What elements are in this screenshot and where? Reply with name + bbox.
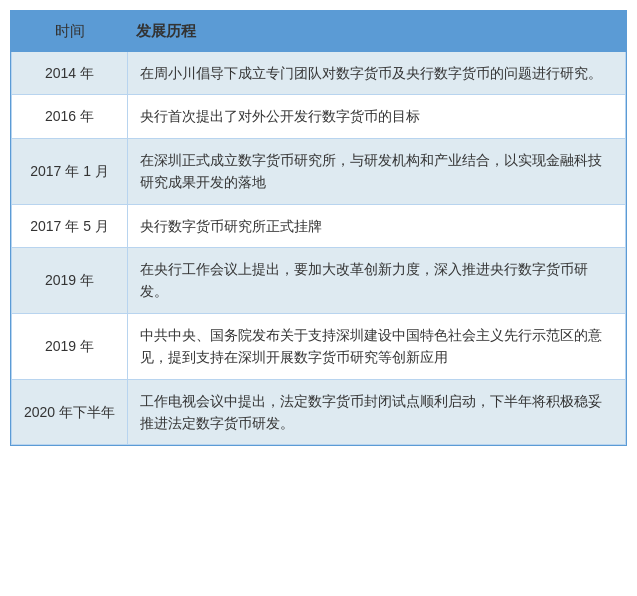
cell-content: 央行数字货币研究所正式挂牌 — [128, 204, 626, 247]
table-row: 2019 年中共中央、国务院发布关于支持深圳建设中国特色社会主义先行示范区的意见… — [12, 313, 626, 379]
cell-content: 在周小川倡导下成立专门团队对数字货币及央行数字货币的问题进行研究。 — [128, 52, 626, 95]
header-content: 发展历程 — [128, 12, 626, 52]
cell-time: 2019 年 — [12, 313, 128, 379]
cell-content: 工作电视会议中提出，法定数字货币封闭试点顺利启动，下半年将积极稳妥推进法定数字货… — [128, 379, 626, 445]
cell-time: 2016 年 — [12, 95, 128, 138]
cell-time: 2014 年 — [12, 52, 128, 95]
cell-content: 央行首次提出了对外公开发行数字货币的目标 — [128, 95, 626, 138]
header-time: 时间 — [12, 12, 128, 52]
cell-content: 在深圳正式成立数字货币研究所，与研发机构和产业结合，以实现金融科技研究成果开发的… — [128, 138, 626, 204]
table-row: 2014 年在周小川倡导下成立专门团队对数字货币及央行数字货币的问题进行研究。 — [12, 52, 626, 95]
table-row: 2016 年央行首次提出了对外公开发行数字货币的目标 — [12, 95, 626, 138]
table-row: 2017 年 5 月央行数字货币研究所正式挂牌 — [12, 204, 626, 247]
cell-time: 2020 年下半年 — [12, 379, 128, 445]
main-table: 时间 发展历程 2014 年在周小川倡导下成立专门团队对数字货币及央行数字货币的… — [10, 10, 627, 446]
table-row: 2017 年 1 月在深圳正式成立数字货币研究所，与研发机构和产业结合，以实现金… — [12, 138, 626, 204]
cell-time: 2019 年 — [12, 247, 128, 313]
table-header-row: 时间 发展历程 — [12, 12, 626, 52]
cell-time: 2017 年 5 月 — [12, 204, 128, 247]
cell-content: 在央行工作会议上提出，要加大改革创新力度，深入推进央行数字货币研发。 — [128, 247, 626, 313]
cell-time: 2017 年 1 月 — [12, 138, 128, 204]
table-row: 2019 年在央行工作会议上提出，要加大改革创新力度，深入推进央行数字货币研发。 — [12, 247, 626, 313]
cell-content: 中共中央、国务院发布关于支持深圳建设中国特色社会主义先行示范区的意见，提到支持在… — [128, 313, 626, 379]
table-row: 2020 年下半年工作电视会议中提出，法定数字货币封闭试点顺利启动，下半年将积极… — [12, 379, 626, 445]
